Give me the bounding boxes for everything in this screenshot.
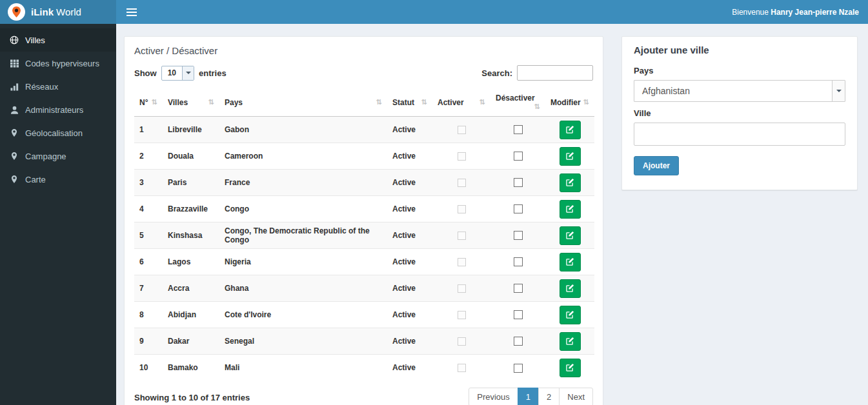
sidebar-item-label: Carte [25,175,46,184]
sidebar-item-carte[interactable]: Carte [0,168,116,191]
map-marker-icon [9,129,19,137]
table-row: 1 Libreville Gabon Active [134,117,594,143]
ajouter-button[interactable]: Ajouter [634,156,679,175]
activer-checkbox[interactable] [458,337,466,346]
sidebar-item-geolocalisation[interactable]: Géolocalisation [0,121,116,144]
column-label: Statut [392,98,414,107]
column-header-activer[interactable]: Activer [432,89,490,117]
cell-num: 8 [134,302,163,328]
modifier-button[interactable] [560,359,581,377]
sidebar-item-reseaux[interactable]: Réseaux [0,75,116,98]
modifier-button[interactable] [560,306,581,324]
activer-checkbox[interactable] [458,311,466,319]
modifier-button[interactable] [560,121,581,139]
modifier-button[interactable] [560,147,581,166]
chevron-down-icon [182,66,194,80]
edit-icon [565,125,574,134]
brand-title: iLinkWorld [31,6,81,17]
sidebar-item-administrateurs[interactable]: Administrateurs [0,98,116,121]
modifier-button[interactable] [560,253,581,272]
page-length-control: Show 10 entries [134,66,227,81]
column-label: Modifier [550,98,581,107]
sort-icon [376,98,382,107]
cell-num: 4 [134,196,163,222]
sidebar-toggle-icon[interactable] [126,8,137,16]
datatable-controls: Show 10 entries Search: [134,65,593,81]
cell-ville: Dakar [163,328,219,355]
modifier-button[interactable] [560,200,581,219]
pagination-page-2[interactable]: 2 [538,388,560,405]
pagination-page-1[interactable]: 1 [518,388,539,405]
desactiver-checkbox[interactable] [514,257,523,266]
pagination-previous[interactable]: Previous [469,388,518,405]
user-menu[interactable]: Bienvenue Hanry Jean-pierre Nzale [732,8,859,17]
desactiver-checkbox[interactable] [514,204,523,213]
cell-statut: Active [387,275,432,302]
activer-checkbox[interactable] [458,152,466,161]
activer-checkbox[interactable] [458,179,466,187]
desactiver-checkbox[interactable] [514,125,523,134]
modifier-button[interactable] [560,226,581,245]
column-header-modifier[interactable]: Modifier [545,89,594,117]
cell-pays: France [219,170,387,196]
sidebar-item-codes-hyperviseurs[interactable]: Codes hyperviseurs [0,52,116,75]
desactiver-checkbox[interactable] [514,337,523,346]
sidebar-item-campagne[interactable]: Campagne [0,144,116,168]
sidebar: Villes Codes hyperviseurs Réseaux Admini… [0,24,116,405]
cell-num: 10 [134,355,163,381]
sidebar-item-label: Codes hyperviseurs [25,59,99,68]
brand-link[interactable]: iLinkWorld [0,0,116,24]
desactiver-checkbox[interactable] [514,364,523,373]
modifier-button[interactable] [560,279,581,298]
modifier-button[interactable] [560,173,581,192]
desactiver-checkbox[interactable] [514,284,523,293]
pagination-next[interactable]: Next [559,388,593,405]
cell-num: 2 [134,143,163,170]
column-header-num[interactable]: N° [134,89,163,117]
column-header-pays[interactable]: Pays [219,89,387,117]
edit-icon [565,310,574,319]
table-row: 3 Paris France Active [134,170,594,196]
activer-checkbox[interactable] [458,126,466,134]
activer-checkbox[interactable] [458,205,466,213]
user-icon [9,106,19,114]
table-row: 9 Dakar Senegal Active [134,328,594,355]
table-row: 6 Lagos Nigeria Active [134,249,594,275]
ville-input[interactable] [634,123,845,146]
panel-title: Activer / Désactiver [134,45,593,56]
column-header-statut[interactable]: Statut [387,89,432,117]
table-row: 5 Kinshasa Congo, The Democratic Republi… [134,222,594,249]
ville-label: Ville [634,108,845,118]
table-header-row: N° Villes Pays Statut Activer Désactiver… [134,89,594,117]
edit-icon [565,284,574,293]
activer-checkbox[interactable] [458,232,466,240]
cell-pays: Congo, The Democratic Republic of the Co… [219,222,387,249]
page-length-select[interactable]: 10 [161,66,194,81]
sidebar-item-villes[interactable]: Villes [0,28,116,52]
cell-pays: Nigeria [219,249,387,275]
column-header-villes[interactable]: Villes [163,89,219,117]
column-header-desactiver[interactable]: Désactiver [490,89,545,117]
desactiver-checkbox[interactable] [514,152,523,161]
cell-pays: Mali [219,355,387,381]
show-label: Show [134,68,157,78]
sort-icon [152,98,157,107]
column-label: N° [139,98,148,107]
activer-checkbox[interactable] [458,364,466,372]
desactiver-checkbox[interactable] [514,231,523,240]
pays-select[interactable]: Afghanistan [634,80,845,102]
cell-statut: Active [387,249,432,275]
search-input[interactable] [517,65,593,81]
activer-checkbox[interactable] [458,258,466,266]
desactiver-checkbox[interactable] [514,310,523,319]
desactiver-checkbox[interactable] [514,178,523,187]
entries-info: Showing 1 to 10 of 17 entries [134,388,250,402]
activer-checkbox[interactable] [458,284,466,293]
chevron-down-icon [832,81,845,101]
modifier-button[interactable] [560,332,581,351]
cell-statut: Active [387,143,432,170]
cell-statut: Active [387,355,432,381]
edit-icon [565,257,574,266]
ajouter-ville-panel: Ajouter une ville Pays Afghanistan Ville… [621,36,858,190]
cell-pays: Ghana [219,275,387,302]
